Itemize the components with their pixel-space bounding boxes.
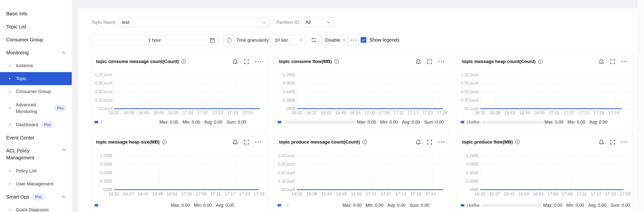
info-icon[interactable]	[181, 59, 186, 64]
info-icon[interactable]	[362, 140, 367, 144]
chevron-up-icon	[62, 196, 66, 198]
x-tick-label: 16:49	[153, 110, 164, 115]
sidebar-item-consumer-group[interactable]: Consumer Group	[0, 33, 72, 46]
chart-title: topic message heap size(MB)	[96, 139, 160, 145]
chart-plot-area[interactable]	[297, 75, 448, 109]
chart-plot-area[interactable]	[114, 156, 265, 190]
series-line	[480, 108, 622, 109]
show-legends-checkbox[interactable]	[361, 37, 366, 43]
chart-legend[interactable]: ( Max: 0.00Min: 0.00Avg: 0.00Sum: 0.00	[94, 119, 262, 125]
topic-name-select[interactable]: test	[118, 18, 270, 27]
chevron-up-icon	[62, 149, 66, 151]
info-icon[interactable]	[538, 59, 543, 64]
auto-refresh-select[interactable]: Disable	[322, 35, 348, 45]
sidebar: Basic InfoTopic ListConsumer GroupMonito…	[0, 0, 72, 212]
sidebar-item-smart-ops[interactable]: Smart OpsPro	[0, 190, 72, 203]
fullscreen-icon[interactable]	[244, 140, 249, 144]
chart-header: topic produce message count(Count)	[279, 138, 444, 146]
chart-legend[interactable]: Max: 0.00Min: 0.00Avg: 0.00	[94, 202, 262, 208]
granularity-select[interactable]: 10 sec	[271, 35, 306, 45]
x-tick-label: 17:28	[620, 191, 630, 197]
refresh-button[interactable]	[309, 35, 318, 45]
chevron-down-icon	[327, 21, 330, 24]
legend-stat: Avg: 0.00	[387, 203, 406, 208]
sidebar-item-acl-policy-management[interactable]: ACL PolicyManagement	[0, 144, 72, 164]
x-tick-label: 17:18	[410, 191, 421, 197]
scrollbar-track[interactable]	[637, 0, 644, 212]
legend-stat: Max: 0.00	[171, 203, 190, 208]
time-range-value: 1 hour	[148, 38, 161, 43]
chart-plot-area[interactable]	[297, 156, 448, 190]
partition-id-select[interactable]: All	[301, 18, 334, 27]
more-icon[interactable]	[438, 142, 444, 142]
show-legends-label: Show legends	[369, 35, 400, 45]
sidebar-item-label: Instance	[16, 63, 33, 68]
sidebar-item-policy-list[interactable]: Policy List	[0, 164, 72, 177]
sidebar-item-quick-diagnosis[interactable]: Quick Diagnosis	[0, 203, 72, 212]
legend-stat: Avg: 0.00	[589, 120, 608, 125]
sidebar-item-consumer-group-monitor[interactable]: Consumer Group	[0, 85, 72, 98]
x-tick-label: 17:07	[564, 110, 574, 115]
sidebar-item-user-management[interactable]: User Management	[0, 177, 72, 190]
sidebar-item-label: Consumer Group	[16, 89, 51, 94]
chart-actions	[599, 139, 627, 145]
chart-title: topic message heap count(Count)	[462, 59, 536, 64]
sidebar-item-label: Policy List	[16, 168, 36, 173]
sidebar-item-dashboard[interactable]: DashboardPro	[0, 118, 72, 131]
x-axis-labels: 16:3216:3816:4316:4916:5517:0117:0717:13…	[292, 191, 436, 197]
legend-series-name-truncated	[285, 121, 357, 124]
chart-panel: topic message heap count(Count) 1.2Count…	[456, 52, 633, 128]
fullscreen-icon[interactable]	[610, 59, 615, 64]
legend-stats: Max: 0.00Min: 0.00Avg: 0.00	[171, 203, 234, 208]
chart-title: topic produce message count(Count)	[279, 139, 360, 145]
info-icon[interactable]	[334, 59, 339, 64]
legend-series-name-truncated	[482, 204, 543, 207]
alarm-bell-icon[interactable]	[233, 139, 238, 145]
sidebar-item-event-center[interactable]: Event Center	[0, 131, 72, 144]
x-tick-label: 16:49	[335, 110, 346, 115]
fullscreen-icon[interactable]	[610, 140, 615, 144]
y-tick-label: 0.6Count	[461, 89, 478, 94]
fullscreen-icon[interactable]	[427, 59, 432, 64]
chart-legend[interactable]: Max: 0.00Min: 0.00Avg: 0.00Sum: 0.00	[278, 202, 444, 208]
sidebar-item-basic-info[interactable]: Basic Info	[0, 7, 72, 20]
x-tick-label: 16:32	[292, 191, 302, 197]
more-icon[interactable]	[622, 61, 627, 62]
sidebar-item-monitoring[interactable]: Monitoring	[0, 46, 72, 59]
pro-badge: Pro	[32, 194, 45, 200]
time-shortcut-button[interactable]	[224, 35, 234, 45]
chart-panel: topic consume message count(Count) 1.2Co…	[90, 52, 267, 128]
chart-legend[interactable]: ckafka- Max: 0.00Min: 0.00Avg: 0.00	[461, 119, 628, 125]
info-icon[interactable]	[162, 140, 167, 144]
x-tick-label: 16:54	[167, 191, 178, 197]
info-icon[interactable]	[515, 140, 520, 144]
chart-plot-area[interactable]	[480, 156, 631, 190]
alarm-bell-icon[interactable]	[599, 59, 604, 64]
sidebar-item-instance[interactable]: Instance	[0, 59, 72, 72]
sidebar-item-topic-list[interactable]: Topic List	[0, 20, 72, 33]
more-filters-button[interactable]	[348, 35, 359, 45]
chart-legend[interactable]: ckafka- Max: 0.00Min: 0.00Avg: 0.00Sum: …	[461, 202, 628, 208]
x-tick-label: 17:17	[591, 191, 602, 197]
more-icon[interactable]	[255, 61, 261, 62]
sidebar-item-topic[interactable]: Topic	[0, 72, 72, 85]
more-icon[interactable]	[622, 142, 627, 142]
alarm-bell-icon[interactable]	[416, 139, 421, 145]
more-icon[interactable]	[438, 61, 444, 62]
time-range-picker[interactable]: 1 hour	[91, 35, 218, 45]
more-icon[interactable]	[255, 142, 261, 142]
chart-plot-area[interactable]	[480, 75, 631, 109]
alarm-bell-icon[interactable]	[599, 139, 604, 145]
alarm-bell-icon[interactable]	[233, 59, 238, 64]
x-tick-label: 17:11	[576, 191, 587, 197]
alarm-bell-icon[interactable]	[416, 59, 421, 64]
fullscreen-icon[interactable]	[244, 59, 249, 64]
fullscreen-icon[interactable]	[427, 140, 432, 144]
sidebar-item-label: User Management	[16, 181, 53, 186]
chart-legend[interactable]: Max: 0.00Min: 0.00Avg: 0.00Sum: 0.00	[278, 119, 444, 125]
legend-stat: Max: 0.00	[357, 120, 376, 125]
chart-plot-area[interactable]	[114, 75, 265, 109]
x-tick-label: 16:32	[108, 191, 119, 197]
sidebar-item-advanced-monitoring[interactable]: AdvancedMonitoringPro	[0, 98, 72, 118]
legend-stat: Min: 0.00	[194, 203, 212, 208]
